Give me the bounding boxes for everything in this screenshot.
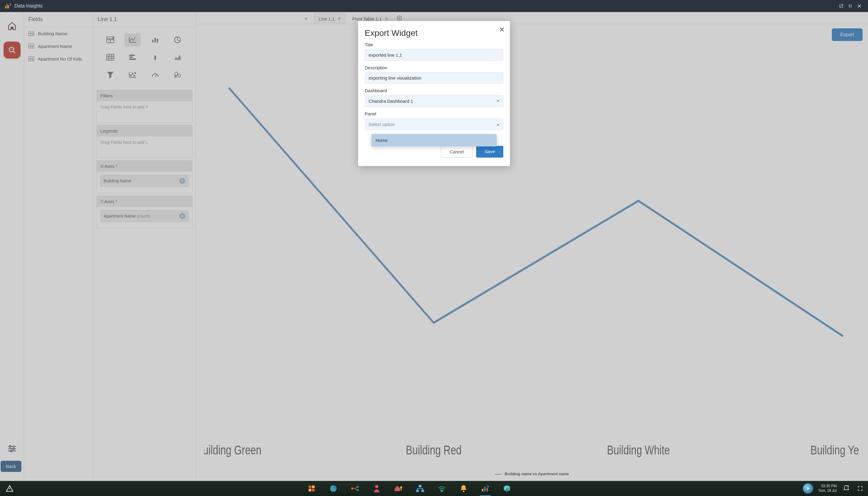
taskbar-clock: 03:35 PM Sun, 18 Jul bbox=[819, 484, 837, 493]
svg-rect-35 bbox=[309, 485, 311, 488]
panel-select[interactable]: Select option ▴ bbox=[365, 118, 503, 130]
tb-fullscreen-icon[interactable] bbox=[856, 484, 864, 493]
svg-rect-42 bbox=[357, 490, 359, 491]
cancel-button[interactable]: Cancel bbox=[441, 146, 472, 158]
title-label: Title bbox=[365, 42, 503, 47]
tb-grid-icon[interactable] bbox=[307, 484, 316, 493]
app-title: Data Insights bbox=[14, 3, 837, 9]
description-input[interactable] bbox=[365, 72, 503, 84]
tb-bell-icon[interactable] bbox=[459, 484, 468, 493]
svg-point-53 bbox=[848, 485, 849, 487]
panel-dropdown: Home bbox=[371, 134, 497, 146]
close-button[interactable] bbox=[855, 1, 864, 11]
svg-rect-45 bbox=[419, 485, 421, 487]
alert-triangle-icon[interactable] bbox=[5, 484, 14, 493]
modal-close-icon[interactable]: ✕ bbox=[499, 26, 505, 34]
svg-rect-47 bbox=[422, 490, 424, 492]
svg-rect-48 bbox=[441, 491, 443, 492]
svg-rect-50 bbox=[482, 489, 483, 492]
svg-point-49 bbox=[463, 491, 464, 492]
svg-rect-51 bbox=[484, 487, 485, 492]
dropdown-option[interactable]: Home bbox=[371, 134, 497, 146]
svg-point-44 bbox=[400, 486, 402, 489]
chevron-down-icon: ▾ bbox=[497, 98, 499, 104]
svg-point-43 bbox=[375, 485, 378, 488]
export-widget-modal: ✕ Export Widget Title Description Dashbo… bbox=[358, 21, 510, 166]
modal-layer[interactable]: ✕ Export Widget Title Description Dashbo… bbox=[0, 12, 868, 481]
tb-person-icon[interactable] bbox=[373, 484, 381, 493]
taskbar: 03:35 PM Sun, 18 Jul bbox=[0, 481, 868, 496]
svg-rect-38 bbox=[312, 489, 315, 492]
panel-label: Panel bbox=[365, 111, 503, 116]
tb-network-icon[interactable] bbox=[416, 484, 424, 493]
svg-rect-36 bbox=[312, 485, 315, 488]
minimize-button[interactable] bbox=[846, 1, 855, 11]
description-label: Description bbox=[365, 65, 503, 70]
save-button[interactable]: Save bbox=[476, 146, 503, 158]
svg-rect-46 bbox=[417, 490, 419, 492]
modal-heading: Export Widget bbox=[365, 28, 503, 38]
dashboard-label: Dashboard bbox=[365, 88, 503, 93]
popout-button[interactable] bbox=[837, 1, 846, 11]
svg-rect-52 bbox=[486, 488, 487, 492]
tb-notifications-icon[interactable] bbox=[842, 484, 851, 493]
tb-house-key-icon[interactable] bbox=[394, 484, 403, 493]
tb-brand-logo-icon[interactable] bbox=[803, 483, 813, 494]
dashboard-select[interactable]: Chandra Dashboard 1 ▾ bbox=[365, 95, 503, 107]
svg-rect-37 bbox=[309, 489, 311, 492]
tb-insights-icon[interactable] bbox=[481, 484, 490, 493]
title-input[interactable] bbox=[365, 49, 503, 61]
chevron-up-icon: ▴ bbox=[497, 121, 499, 127]
title-bar: Data Insights bbox=[0, 0, 868, 12]
tb-pie-icon[interactable] bbox=[329, 484, 338, 493]
tb-flow-icon[interactable] bbox=[351, 484, 359, 493]
tb-box-icon[interactable] bbox=[503, 484, 511, 493]
tb-wifi-icon[interactable] bbox=[438, 484, 446, 493]
svg-point-40 bbox=[351, 487, 353, 490]
svg-rect-41 bbox=[357, 486, 359, 488]
app-logo-icon bbox=[4, 2, 12, 10]
